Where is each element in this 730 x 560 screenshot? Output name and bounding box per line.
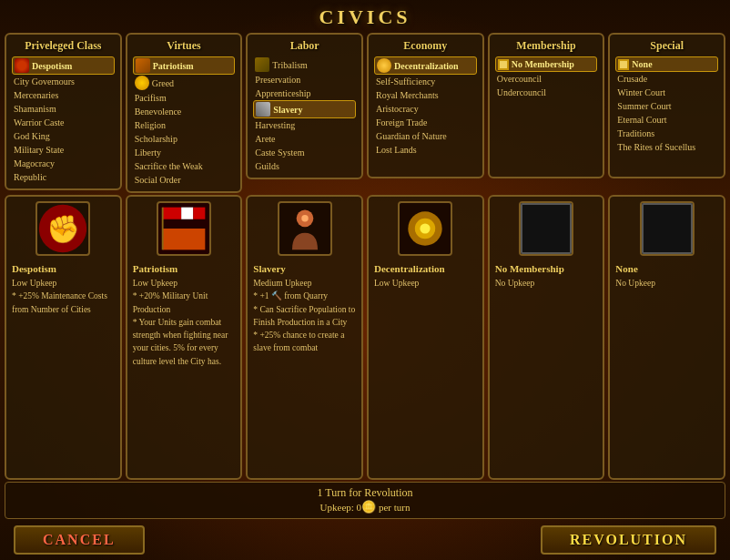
civic-item-benevolence[interactable]: Benevolence	[133, 105, 236, 118]
desc-body-none: No Upkeep	[615, 277, 718, 290]
desc-icon-despotism: ✊	[35, 201, 90, 256]
cancel-button[interactable]: CANCEL	[14, 525, 145, 555]
desc-card-decentralization: Decentralization Low Upkeep	[367, 195, 484, 480]
column-economy: Economy Decentralization Self-Sufficienc…	[367, 33, 484, 193]
civic-item-republic[interactable]: Republic	[12, 170, 115, 184]
civic-item-patriotism[interactable]: Patriotism	[133, 56, 236, 75]
civic-item-preservation[interactable]: Preservation	[253, 73, 356, 87]
civic-item-label: Eternal Court	[617, 114, 666, 126]
civic-item-city-gov[interactable]: City Governours	[12, 75, 115, 88]
civic-item-label: Slavery	[273, 104, 302, 116]
desc-body-no-membership: No Upkeep	[495, 277, 598, 290]
civic-item-label: Caste System	[255, 147, 304, 158]
civic-item-apprenticeship[interactable]: Apprenticeship	[253, 87, 356, 100]
civic-item-label: Undercouncil	[497, 87, 546, 98]
civic-item-none[interactable]: None	[615, 56, 718, 72]
civic-item-winter-court[interactable]: Winter Court	[615, 86, 718, 99]
desc-icon-patriotism	[157, 201, 211, 256]
desc-title-none: None	[615, 263, 718, 274]
civic-item-aristocracy[interactable]: Aristocracy	[374, 102, 477, 116]
civic-item-label: Guilds	[255, 160, 279, 172]
civic-item-label: Apprenticeship	[255, 87, 310, 99]
column-labor: Labor Tribalism Preservation Apprentices…	[246, 33, 363, 193]
revolution-button[interactable]: REVOLUTION	[541, 525, 716, 555]
civic-item-self-sufficiency[interactable]: Self-Sufficiency	[374, 75, 477, 88]
civic-item-overcouncil[interactable]: Overcouncil	[495, 72, 598, 86]
civic-item-liberty[interactable]: Liberty	[133, 146, 236, 159]
civic-item-label: Harvesting	[255, 119, 295, 131]
civic-item-label: Preservation	[255, 74, 300, 86]
civic-item-summer-court[interactable]: Summer Court	[615, 99, 718, 113]
civic-item-guilds[interactable]: Guilds	[253, 159, 356, 173]
civic-item-crusade[interactable]: Crusade	[615, 72, 718, 86]
civic-item-arete[interactable]: Arete	[253, 132, 356, 146]
civic-item-label: Winter Court	[617, 87, 665, 98]
civic-item-label: God King	[14, 130, 50, 142]
upkeep-label: Upkeep: 0	[320, 502, 362, 513]
desc-body-despotism: Low Upkeep * +25% Maintenance Costs from…	[12, 277, 115, 316]
civic-item-label: Traditions	[617, 127, 654, 139]
coin-icon: 🪙	[361, 500, 376, 514]
civic-item-label: Benevolence	[135, 106, 182, 117]
civic-item-label: No Membership	[512, 58, 574, 70]
civic-item-warrior-caste[interactable]: Warrior Caste	[12, 116, 115, 129]
civic-item-slavery[interactable]: Slavery	[253, 100, 356, 118]
card-membership: Membership No Membership Overcouncil Und…	[488, 33, 605, 178]
card-economy: Economy Decentralization Self-Sufficienc…	[367, 33, 484, 178]
civic-item-label: None	[632, 58, 652, 70]
button-bar: CANCEL REVOLUTION	[5, 522, 725, 560]
civic-item-label: Aristocracy	[376, 103, 419, 115]
civic-item-eternal-court[interactable]: Eternal Court	[615, 113, 718, 127]
civic-item-label: Warrior Caste	[14, 117, 65, 128]
civic-item-decentralization[interactable]: Decentralization	[374, 56, 477, 75]
card-privileged-class: Priveleged Class Despotism City Governou…	[5, 33, 122, 190]
civic-item-label: Crusade	[617, 73, 647, 85]
civic-item-label: Royal Merchants	[376, 89, 439, 101]
civic-item-social-order[interactable]: Social Order	[133, 173, 236, 187]
desc-icon-slavery	[278, 201, 332, 256]
card-title-virtues: Virtues	[133, 39, 236, 53]
civics-columns: Priveleged Class Despotism City Governou…	[0, 33, 730, 193]
civic-item-label: The Rites of Sucellus	[617, 141, 695, 153]
civic-item-label: Liberty	[135, 147, 161, 158]
civic-item-guardian-nature[interactable]: Guardian of Nature	[374, 129, 477, 143]
civic-item-magocracy[interactable]: Magocracy	[12, 157, 115, 170]
civic-item-label: Pacifism	[135, 92, 167, 104]
upkeep-text: Upkeep: 0🪙 per turn	[9, 500, 721, 514]
checkbox-icon	[498, 59, 509, 70]
civic-item-no-membership[interactable]: No Membership	[495, 56, 598, 72]
civic-item-harvesting[interactable]: Harvesting	[253, 118, 356, 132]
desc-title-no-membership: No Membership	[495, 263, 598, 274]
civic-item-tribalism[interactable]: Tribalism	[253, 56, 356, 73]
civic-item-mercenaries[interactable]: Mercenaries	[12, 88, 115, 102]
desc-icon-no-membership	[519, 201, 573, 256]
civic-item-despotism[interactable]: Despotism	[12, 56, 115, 75]
civic-item-greed[interactable]: Greed	[133, 75, 236, 91]
civic-item-pacifism[interactable]: Pacifism	[133, 91, 236, 105]
civic-item-caste-system[interactable]: Caste System	[253, 146, 356, 159]
civic-item-scholarship[interactable]: Scholarship	[133, 132, 236, 146]
civic-item-religion[interactable]: Religion	[133, 118, 236, 132]
tribalism-icon	[255, 57, 269, 72]
civic-item-lost-lands[interactable]: Lost Lands	[374, 143, 477, 157]
civic-item-sacrifice-weak[interactable]: Sacrifice the Weak	[133, 159, 236, 173]
card-title-membership: Membership	[495, 39, 598, 53]
civic-item-military-state[interactable]: Military State	[12, 143, 115, 157]
svg-point-14	[421, 223, 431, 233]
svg-text:✊: ✊	[46, 213, 81, 246]
civic-item-royal-merchants[interactable]: Royal Merchants	[374, 88, 477, 102]
civic-item-rites-sucellus[interactable]: The Rites of Sucellus	[615, 140, 718, 154]
civic-item-foreign-trade[interactable]: Foreign Trade	[374, 116, 477, 129]
description-area: ✊ Despotism Low Upkeep * +25% Maintenanc…	[0, 193, 730, 482]
civic-item-undercouncil[interactable]: Undercouncil	[495, 86, 598, 99]
desc-title-patriotism: Patriotism	[133, 263, 236, 274]
desc-card-despotism: ✊ Despotism Low Upkeep * +25% Maintenanc…	[5, 195, 122, 480]
civic-item-label: Scholarship	[135, 133, 177, 145]
civic-item-label: Summer Court	[617, 100, 671, 112]
civic-item-god-king[interactable]: God King	[12, 129, 115, 143]
patriotism-icon	[136, 58, 150, 73]
card-title-privileged-class: Priveleged Class	[12, 39, 115, 53]
civic-item-shamanism[interactable]: Shamanism	[12, 102, 115, 116]
civic-item-label: Despotism	[32, 60, 72, 72]
civic-item-traditions[interactable]: Traditions	[615, 127, 718, 140]
